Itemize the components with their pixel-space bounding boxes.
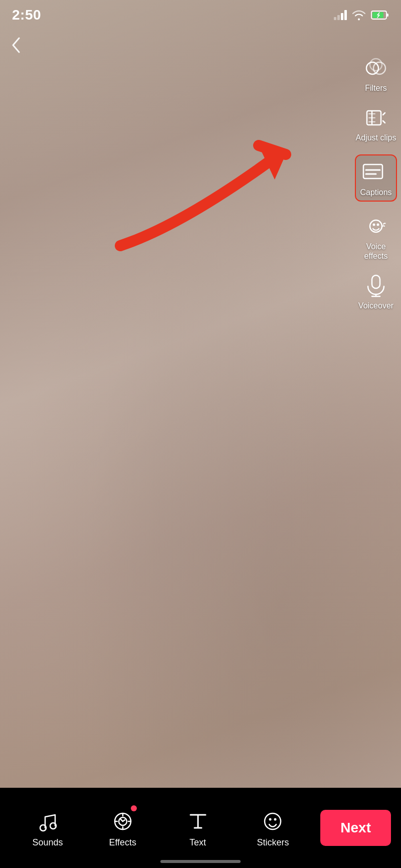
toolbar-item-voice-effects[interactable]: Voiceeffects — [351, 209, 401, 266]
adjust-clips-icon — [363, 105, 389, 131]
sounds-label: Sounds — [32, 837, 63, 848]
next-button[interactable]: Next — [320, 810, 391, 846]
adjust-clips-label: Adjust clips — [356, 133, 396, 142]
captions-label: Captions — [360, 188, 391, 197]
effects-notification-dot — [131, 805, 137, 811]
svg-point-25 — [274, 818, 277, 820]
filters-label: Filters — [365, 83, 387, 93]
voice-effects-label: Voiceeffects — [364, 242, 388, 261]
right-toolbar: Filters Adjust clips Captions — [351, 50, 401, 315]
effects-label: Effects — [109, 837, 136, 848]
nav-item-stickers[interactable]: Stickers — [235, 803, 310, 853]
text-label: Text — [189, 837, 206, 848]
video-background — [0, 0, 401, 868]
status-bar: 2:50 — [0, 0, 401, 30]
home-indicator — [160, 860, 241, 863]
back-button[interactable] — [10, 35, 22, 59]
music-icon — [35, 808, 61, 834]
effects-icon — [110, 808, 136, 834]
stickers-icon — [260, 808, 286, 834]
nav-item-effects[interactable]: Effects — [85, 803, 160, 853]
svg-point-5 — [370, 59, 382, 71]
text-icon — [185, 808, 211, 834]
voiceover-icon — [363, 273, 389, 299]
svg-point-4 — [373, 62, 385, 74]
voice-effects-icon — [363, 214, 389, 240]
svg-point-3 — [366, 62, 378, 74]
toolbar-item-captions[interactable]: Captions — [351, 149, 401, 206]
toolbar-item-filters[interactable]: Filters — [351, 50, 401, 98]
toolbar-item-adjust-clips[interactable]: Adjust clips — [351, 100, 401, 147]
nav-item-text[interactable]: Text — [160, 803, 236, 853]
status-icons — [334, 10, 389, 21]
stickers-label: Stickers — [257, 837, 289, 848]
svg-rect-8 — [363, 164, 382, 179]
captions-icon — [360, 159, 386, 186]
voiceover-label: Voiceover — [358, 301, 393, 310]
nav-item-sounds[interactable]: Sounds — [10, 803, 85, 853]
nav-items: Sounds Effects — [0, 803, 320, 853]
svg-point-10 — [373, 223, 375, 226]
signal-icon — [334, 10, 347, 20]
status-time: 2:50 — [12, 7, 41, 23]
captions-highlight-box: Captions — [355, 154, 396, 201]
filters-icon — [363, 55, 389, 81]
svg-point-11 — [377, 223, 379, 226]
battery-icon — [371, 10, 389, 20]
svg-rect-12 — [372, 275, 380, 288]
toolbar-item-voiceover[interactable]: Voiceover — [351, 268, 401, 315]
bottom-nav: Sounds Effects — [0, 788, 401, 868]
svg-point-24 — [269, 818, 272, 820]
wifi-icon — [352, 10, 366, 21]
svg-rect-1 — [386, 14, 388, 17]
